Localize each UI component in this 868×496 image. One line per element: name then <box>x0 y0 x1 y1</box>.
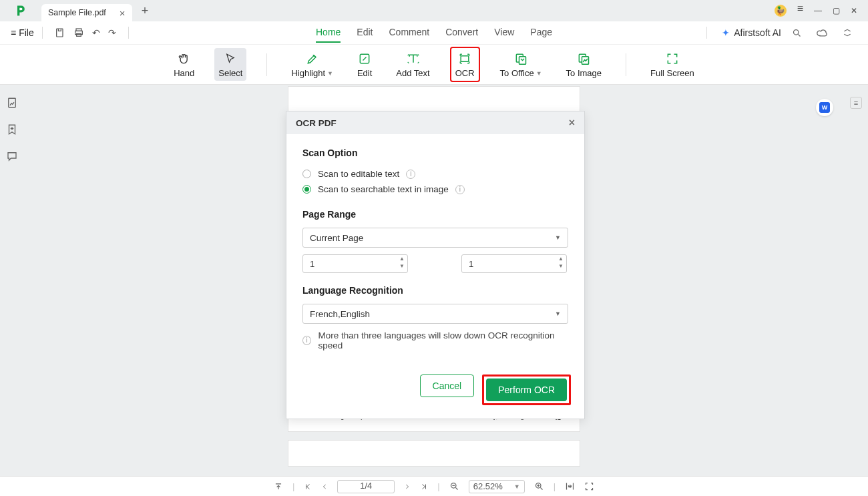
tool-ocr[interactable]: OCR <box>450 47 480 82</box>
print-icon[interactable] <box>69 27 88 38</box>
input-value: 1 <box>310 259 314 269</box>
language-select[interactable]: French,English ▼ <box>302 304 568 324</box>
range-to-input[interactable]: 1 ▲▼ <box>461 254 567 273</box>
comment-icon[interactable] <box>6 150 18 162</box>
language-label: Language Recognition <box>302 285 568 296</box>
page-range-label: Page Range <box>302 209 568 220</box>
cursor-icon <box>224 51 236 67</box>
zoom-value: 62.52% <box>473 481 503 491</box>
page-input[interactable]: 1/4 <box>337 480 395 493</box>
radio-icon <box>302 185 311 194</box>
tool-to-office[interactable]: To Office ▼ <box>496 48 546 81</box>
input-value: 1 <box>469 259 473 269</box>
ocr-dialog: OCR PDF × Scan Option Scan to editable t… <box>286 111 585 419</box>
cloud-icon[interactable] <box>813 28 832 37</box>
avatar[interactable]: 🦆 <box>775 5 787 17</box>
tool-label: Edit <box>357 68 372 78</box>
window-minimize-icon[interactable]: — <box>814 6 822 15</box>
fit-page-icon[interactable] <box>584 481 594 491</box>
tab-home[interactable]: Home <box>316 23 341 43</box>
add-text-icon <box>407 51 420 67</box>
redo-icon[interactable]: ↷ <box>104 27 120 38</box>
spin-up-icon[interactable]: ▲ <box>558 256 564 262</box>
range-from-input[interactable]: 1 ▲▼ <box>302 254 408 273</box>
first-page-icon[interactable] <box>304 483 312 491</box>
tool-add-text[interactable]: Add Text <box>392 48 433 81</box>
new-tab-button[interactable]: + <box>139 4 152 18</box>
tab-page[interactable]: Page <box>530 23 552 43</box>
svg-rect-6 <box>461 56 469 61</box>
window-maximize-icon[interactable]: ▢ <box>833 6 840 15</box>
search-icon[interactable] <box>788 28 806 38</box>
tool-label: Add Text <box>396 68 429 78</box>
word-icon: W <box>819 102 830 113</box>
properties-panel-icon[interactable] <box>850 97 862 109</box>
spin-down-icon[interactable]: ▼ <box>399 264 405 269</box>
hamburger-icon: ≡ <box>11 27 16 38</box>
edit-icon <box>358 51 371 67</box>
dialog-close-icon[interactable]: × <box>569 117 575 129</box>
ai-button[interactable]: ✦ Afirstsoft AI <box>722 27 781 38</box>
last-page-icon[interactable] <box>420 483 428 491</box>
bookmark-add-icon[interactable] <box>6 123 18 136</box>
chevron-down-icon: ▼ <box>536 70 542 77</box>
cancel-button[interactable]: Cancel <box>420 375 475 397</box>
tool-highlight[interactable]: Highlight ▼ <box>287 48 337 81</box>
page-range-select[interactable]: Current Page ▼ <box>302 228 568 248</box>
undo-icon[interactable]: ↶ <box>88 27 104 38</box>
dialog-title: OCR PDF <box>296 118 337 128</box>
separator <box>42 27 43 39</box>
tab-close-icon[interactable]: × <box>120 7 126 19</box>
tab-label: Sample File.pdf <box>48 8 106 17</box>
chevron-down-icon: ▼ <box>514 483 520 490</box>
separator <box>706 27 707 39</box>
tool-label: To Image <box>566 68 602 78</box>
tool-label: OCR <box>455 68 475 78</box>
to-office-icon <box>514 51 527 67</box>
thumbnails-icon[interactable] <box>6 97 18 109</box>
select-value: Current Page <box>310 233 363 243</box>
collapse-icon[interactable] <box>839 28 856 37</box>
info-icon[interactable]: i <box>406 170 415 179</box>
next-page-icon[interactable] <box>404 483 411 491</box>
tool-label: Highlight ▼ <box>291 68 333 78</box>
tool-edit[interactable]: Edit <box>353 48 376 81</box>
spin-down-icon[interactable]: ▼ <box>558 264 564 269</box>
tab-view[interactable]: View <box>494 23 514 43</box>
fit-width-icon[interactable] <box>565 481 575 491</box>
zoom-out-icon[interactable] <box>449 481 459 491</box>
svg-rect-3 <box>76 33 81 36</box>
tab-edit[interactable]: Edit <box>357 23 373 43</box>
tool-label: Hand <box>174 68 194 78</box>
save-icon[interactable] <box>51 27 69 38</box>
tool-hand[interactable]: Hand <box>170 48 198 81</box>
perform-ocr-button[interactable]: Perform OCR <box>486 379 567 401</box>
zoom-input[interactable]: 62.52% ▼ <box>469 480 525 493</box>
tool-full-screen[interactable]: Full Screen <box>646 48 698 81</box>
tool-label: Full Screen <box>650 68 694 78</box>
window-close-icon[interactable]: ✕ <box>851 6 857 15</box>
to-image-icon <box>577 51 590 67</box>
tool-select[interactable]: Select <box>214 48 246 81</box>
radio-scan-editable[interactable]: Scan to editable text i <box>302 166 568 182</box>
word-export-badge[interactable]: W <box>816 99 833 116</box>
scroll-top-icon[interactable] <box>274 482 283 491</box>
spin-up-icon[interactable]: ▲ <box>399 256 405 262</box>
radio-scan-searchable[interactable]: Scan to searchable text in image i <box>302 182 568 197</box>
hamburger-menu-icon[interactable]: ≡ <box>797 6 803 15</box>
zoom-in-icon[interactable] <box>534 481 544 491</box>
tab-comment[interactable]: Comment <box>389 23 429 43</box>
perform-ocr-highlight: Perform OCR <box>482 375 571 405</box>
full-screen-icon <box>666 51 679 67</box>
hand-icon <box>178 51 191 67</box>
prev-page-icon[interactable] <box>321 483 328 491</box>
separator <box>266 53 267 76</box>
tab-convert[interactable]: Convert <box>445 23 478 43</box>
radio-label: Scan to searchable text in image <box>318 184 449 194</box>
file-menu[interactable]: ≡ File <box>11 27 34 38</box>
info-icon[interactable]: i <box>455 185 465 194</box>
tool-to-image[interactable]: To Image <box>562 48 606 81</box>
chevron-down-icon: ▼ <box>555 234 561 241</box>
pdf-page-next[interactable] <box>288 440 580 467</box>
tab-sample-file[interactable]: Sample File.pdf × <box>41 4 132 21</box>
